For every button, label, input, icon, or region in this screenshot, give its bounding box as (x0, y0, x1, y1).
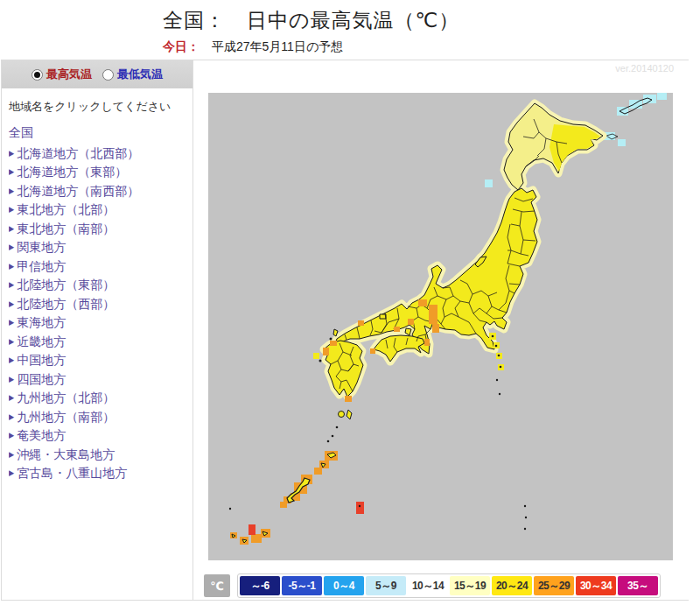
list-arrow-icon: ▶ (9, 406, 14, 427)
list-arrow-icon: ▶ (9, 331, 14, 352)
region-link-10[interactable]: ▶近畿地方 (9, 333, 186, 352)
forecast-widget: 最高気温 最低気温 地域名をクリックしてください 全国 ▶北海道地方（北西部）▶… (1, 60, 689, 601)
region-link-label[interactable]: 甲信地方 (17, 257, 66, 277)
list-arrow-icon: ▶ (9, 350, 14, 371)
region-link-label[interactable]: 九州地方（南部） (17, 408, 115, 427)
region-link-4[interactable]: ▶東北地方（南部） (9, 220, 186, 239)
japan-map-graphic (208, 93, 673, 560)
region-link-label[interactable]: 四国地方 (17, 370, 66, 390)
region-link-label[interactable]: 東北地方（南部） (17, 220, 115, 239)
legend-bin-8: 30～34 (576, 576, 616, 595)
legend-bin-9: 35～ (618, 576, 658, 595)
region-link-8[interactable]: ▶北陸地方（西部） (9, 295, 186, 314)
okinawa-islands (280, 475, 312, 508)
landmasses (324, 103, 603, 419)
radio-min-temperature[interactable]: 最低気温 (102, 67, 163, 82)
amami-islands (314, 451, 338, 475)
list-arrow-icon: ▶ (9, 237, 14, 258)
daito-islands (356, 502, 364, 514)
weather-forecast-page: 全国： 日中の最高気温（℃） 今日：平成27年5月11日の予想 最高気温 最低気… (0, 0, 700, 605)
legend-bin-1: -5～-1 (282, 576, 322, 595)
region-link-label[interactable]: 近畿地方 (17, 333, 66, 352)
region-link-label[interactable]: 北海道地方（北西部） (17, 144, 139, 164)
list-arrow-icon: ▶ (9, 218, 14, 239)
radio-max-temperature[interactable]: 最高気温 (32, 67, 92, 82)
radio-selected-icon[interactable] (32, 69, 43, 81)
legend-bin-2: 0～4 (324, 576, 364, 595)
japan-temperature-map[interactable] (208, 93, 673, 560)
legend-bin-7: 25～29 (534, 576, 574, 595)
region-link-all-label[interactable]: 全国 (9, 123, 186, 143)
list-arrow-icon: ▶ (9, 369, 14, 390)
region-link-label[interactable]: 東海地方 (17, 313, 66, 333)
region-link-label[interactable]: 北陸地方（東部） (17, 276, 115, 295)
region-link-9[interactable]: ▶東海地方 (9, 313, 186, 333)
region-link-3[interactable]: ▶東北地方（北部） (9, 200, 186, 220)
legend-bin-6: 20～24 (492, 576, 532, 595)
miyako-yaeyama-islands (230, 524, 270, 545)
legend-unit-cell: ℃ (204, 574, 230, 597)
map-panel: ver.20140120 (194, 60, 690, 600)
region-link-label[interactable]: 北海道地方（南西部） (17, 182, 139, 201)
region-link-2[interactable]: ▶北海道地方（南西部） (9, 182, 186, 201)
list-arrow-icon: ▶ (9, 313, 14, 334)
date-label: 今日： (163, 39, 200, 53)
region-link-label[interactable]: 沖縄・大東島地方 (17, 446, 115, 465)
region-link-15[interactable]: ▶奄美地方 (9, 426, 186, 446)
instruction-text: 地域名をクリックしてください (2, 88, 192, 118)
region-link-6[interactable]: ▶甲信地方 (9, 257, 186, 277)
list-arrow-icon: ▶ (9, 180, 14, 201)
radio-min-label: 最低気温 (117, 67, 163, 82)
region-link-12[interactable]: ▶四国地方 (9, 370, 186, 390)
region-link-label[interactable]: 関東地方 (17, 238, 66, 257)
mode-selector: 最高気温 最低気温 (2, 60, 192, 88)
version-text: ver.20140120 (615, 63, 674, 74)
region-link-label[interactable]: 中国地方 (17, 351, 66, 370)
list-arrow-icon: ▶ (9, 256, 14, 277)
forecast-date: 今日：平成27年5月11日の予想 (163, 39, 343, 55)
tanegashima (346, 410, 352, 419)
list-arrow-icon: ▶ (9, 162, 14, 183)
izu-ogasawara-islands (229, 333, 527, 530)
list-arrow-icon: ▶ (9, 463, 14, 484)
region-link-label[interactable]: 九州地方（北部） (17, 389, 115, 408)
page-title: 全国： 日中の最高気温（℃） (163, 7, 459, 34)
region-link-7[interactable]: ▶北陸地方（東部） (9, 276, 186, 295)
list-arrow-icon: ▶ (9, 426, 14, 447)
list-arrow-icon: ▶ (9, 200, 14, 221)
region-link-all[interactable]: 全国 (9, 123, 186, 143)
yakushima (339, 412, 345, 418)
list-arrow-icon: ▶ (9, 293, 14, 314)
region-link-13[interactable]: ▶九州地方（北部） (9, 389, 186, 408)
region-link-14[interactable]: ▶九州地方（南部） (9, 408, 186, 427)
region-link-17[interactable]: ▶宮古島・八重山地方 (9, 464, 186, 483)
legend-bin-4: 10～14 (408, 576, 448, 595)
region-link-0[interactable]: ▶北海道地方（北西部） (9, 144, 186, 164)
region-link-16[interactable]: ▶沖縄・大東島地方 (9, 446, 186, 465)
legend-bins: ～-6-5～-10～45～910～1415～1920～2425～2930～343… (237, 573, 661, 598)
list-arrow-icon: ▶ (9, 275, 14, 296)
list-arrow-icon: ▶ (9, 444, 14, 465)
radio-max-label: 最高気温 (46, 67, 92, 82)
region-link-label[interactable]: 北陸地方（西部） (17, 295, 115, 314)
radio-unselected-icon[interactable] (102, 69, 114, 81)
region-link-label[interactable]: 東北地方（北部） (17, 200, 115, 220)
region-link-label[interactable]: 宮古島・八重山地方 (17, 464, 127, 483)
region-link-label[interactable]: 奄美地方 (17, 426, 66, 446)
list-arrow-icon: ▶ (9, 388, 14, 409)
region-list: 全国 ▶北海道地方（北西部）▶北海道地方（東部）▶北海道地方（南西部）▶東北地方… (2, 118, 192, 489)
legend-bin-0: ～-6 (240, 576, 280, 595)
sidebar: 最高気温 最低気温 地域名をクリックしてください 全国 ▶北海道地方（北西部）▶… (2, 60, 193, 600)
temperature-legend: ℃ ～-6-5～-10～45～910～1415～1920～2425～2930～3… (204, 573, 661, 598)
region-link-label[interactable]: 北海道地方（東部） (17, 163, 127, 182)
region-link-5[interactable]: ▶関東地方 (9, 238, 186, 257)
date-text: 平成27年5月11日の予想 (212, 39, 343, 53)
legend-bin-3: 5～9 (366, 576, 406, 595)
list-arrow-icon: ▶ (9, 143, 14, 164)
region-link-11[interactable]: ▶中国地方 (9, 351, 186, 370)
legend-bin-5: 15～19 (450, 576, 490, 595)
region-link-1[interactable]: ▶北海道地方（東部） (9, 163, 186, 182)
